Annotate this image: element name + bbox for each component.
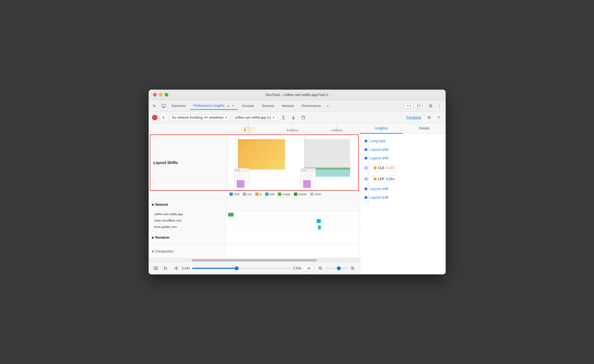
network-row-3: fonts.gstatic.com [149,224,360,231]
timeline-area: 3,200ms 4,000ms 4,800ms LCP [149,123,360,274]
bottom-controls: 2.44s 5.93s x1 [149,262,360,274]
feedback-link[interactable]: Feedback [407,116,421,119]
rail-item-long-task: Long task [365,137,441,145]
insights-rail: Long task Layout shift Layout shift [360,134,446,204]
compositor-track: ▶ Compositor [149,245,360,258]
dashed-line-3 [337,123,337,133]
scrollbar-thumb[interactable] [192,259,317,261]
network-header-content [226,198,360,211]
more-tabs-button[interactable]: » [325,103,330,109]
legend-row: html css js font image [149,191,360,198]
compositor-expand-icon[interactable]: ▶ [152,250,154,253]
product-thumb-2 [303,180,311,188]
legend-html: html [229,193,240,196]
tab-sources[interactable]: Sources [259,102,277,110]
time-start-label: 2.44s [182,266,190,270]
tab-insights[interactable]: Insights [360,123,403,134]
panel-content: Long task Layout shift Layout shift [360,134,446,274]
main-content: 3,200ms 4,000ms 4,800ms LCP [149,123,446,274]
renderer-track: ▶ Renderer [149,231,360,245]
help-icon[interactable]: ? [435,114,442,121]
play-button[interactable] [162,264,170,272]
layout-shift-link-3[interactable]: Layout shift [370,187,389,191]
download-icon[interactable] [290,114,297,121]
renderer-label: ▶ Renderer [149,231,226,244]
layout-shift-link-4[interactable]: Layout shift [370,195,389,199]
renderer-expand-icon[interactable]: ▶ [152,236,154,239]
inspect-icon[interactable] [160,102,167,110]
scrollbar-area[interactable] [149,258,360,262]
url-dropdown[interactable]: coffee-cart.netlify.app (1) ▼ [232,114,278,121]
minimize-button[interactable] [159,93,162,97]
skip-to-start-button[interactable] [172,264,180,272]
zoom-slider[interactable] [326,268,348,269]
long-task-link[interactable]: Long task [370,139,386,143]
network-expand-icon[interactable]: ▶ [152,203,154,206]
playback-slider[interactable] [192,268,291,269]
cursor-icon[interactable] [151,102,159,110]
legend-other: other [310,193,321,196]
layout-shifts-section: Layout Shifts [150,134,359,191]
cls-badge: CLS 0.193 [370,165,398,171]
tab-details[interactable]: Details [403,123,446,134]
record-dropdown-icon[interactable]: ▼ [160,114,167,121]
upload-icon[interactable] [280,114,287,121]
network-track-header: ▶ Network [149,198,360,212]
rail-dot-lcp [365,178,367,180]
img-placeholder-2 [302,173,313,179]
zoom-in-icon[interactable] [349,264,357,272]
tab-performance[interactable]: Performance [298,102,324,110]
rail-item-lcp: LCP 3.31s [365,173,441,184]
error-badge: ✕ 1 [405,103,413,108]
img-placeholder-1 [236,173,247,179]
tab-network[interactable]: Network [278,102,297,110]
devtools-window: DevTools - coffee-cart.netlify.app/?ad=1… [149,90,446,274]
record-button[interactable] [152,115,157,120]
layout-shifts-label: Layout Shifts [150,135,228,190]
slider-fill [192,268,237,269]
more-options-icon[interactable]: ⋮ [436,102,443,110]
tab-elements[interactable]: Elements [169,102,189,110]
close-button[interactable] [153,93,157,97]
rail-dot-4 [365,188,367,190]
svg-rect-1 [162,107,165,108]
screenshot-toggle-icon[interactable] [152,264,160,272]
dashed-line-2 [293,123,293,133]
slider-thumb[interactable] [235,266,239,270]
tab-close-icon[interactable]: ✕ [232,104,234,107]
tab-performance-insights[interactable]: Performance insights 🔺 ✕ [190,102,237,110]
legend-css-color [243,193,246,196]
playback-speed-badge[interactable]: x1 [304,265,314,271]
tab-console[interactable]: Console [239,102,257,110]
layout-shift-link-2[interactable]: Layout shift [370,156,389,160]
delete-icon[interactable] [299,114,307,121]
network-row-2-label: cdnjs.cloudflare.com [149,218,226,224]
lcp-badge-label: LCP [378,177,384,181]
screenshot-thumb-1 [234,168,249,190]
zoom-thumb[interactable] [337,266,341,270]
svg-point-4 [155,267,156,269]
network-row-2: cdnjs.cloudflare.com [149,218,360,224]
settings2-icon[interactable]: ⚙ [426,114,433,121]
settings-icon[interactable]: ⚙ [427,102,435,110]
product-thumb-1 [237,180,244,188]
maximize-button[interactable] [165,93,168,97]
legend-image: image [278,193,291,196]
right-panel: Insights Details Long task Layout shift [360,123,446,274]
thumb-2-top [301,168,316,172]
thumb-2-body [301,172,316,190]
cls-badge-icon [374,167,376,169]
throttle-dropdown[interactable]: No network throttling, 4× slowdown ▼ [170,114,230,121]
orange-block [238,139,285,170]
legend-font: font [265,193,275,196]
secondary-toolbar: ▼ No network throttling, 4× slowdown ▼ c… [149,112,446,123]
layout-shift-link-1[interactable]: Layout shift [370,147,389,152]
rail-dot-3 [365,157,367,160]
network-row-1-content [226,212,360,218]
comment-badge: 💬 1 [415,103,425,108]
zoom-out-icon[interactable] [317,264,324,272]
time-end-label: 5.93s [293,266,301,270]
renderer-content [226,231,360,244]
rail-dot-5 [365,196,367,199]
net-bar-3 [318,225,321,229]
